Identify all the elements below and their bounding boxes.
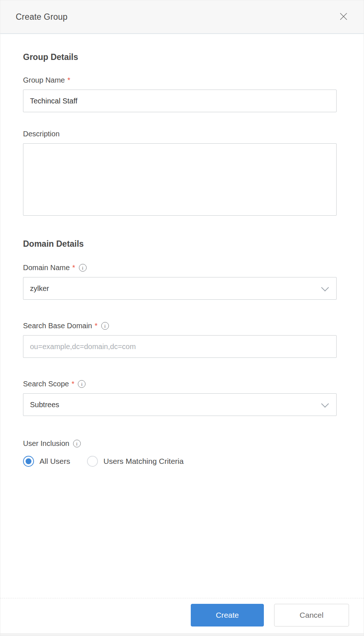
close-icon [339, 12, 348, 22]
search-scope-label: Search Scope [23, 380, 69, 388]
radio-users-matching-criteria[interactable]: Users Matching Criteria [87, 456, 183, 467]
group-name-label: Group Name [23, 76, 65, 84]
required-asterisk: * [72, 380, 75, 388]
close-button[interactable] [337, 11, 350, 23]
domain-name-select[interactable]: zylker [23, 277, 337, 300]
info-icon[interactable]: i [73, 440, 81, 447]
description-label-row: Description [23, 130, 336, 138]
radio-button-icon [23, 456, 34, 467]
info-icon[interactable]: i [101, 322, 109, 330]
modal-title: Create Group [16, 12, 68, 22]
required-asterisk: * [68, 76, 71, 84]
group-name-input[interactable] [23, 90, 337, 112]
domain-name-selected-value: zylker [30, 284, 49, 293]
search-scope-select[interactable]: Subtrees [23, 393, 337, 416]
modal-header: Create Group [0, 0, 364, 34]
search-base-domain-input[interactable] [23, 335, 337, 358]
modal-footer: Create Cancel [0, 598, 364, 636]
chevron-down-icon [321, 284, 329, 291]
search-base-domain-label: Search Base Domain [23, 322, 92, 330]
description-textarea[interactable] [23, 143, 337, 216]
radio-label: Users Matching Criteria [103, 457, 183, 466]
domain-details-heading: Domain Details [23, 239, 336, 249]
search-base-label-row: Search Base Domain * i [23, 322, 336, 330]
domain-name-label: Domain Name [23, 264, 70, 272]
create-group-modal: Create Group Group Details Group Name * … [0, 0, 364, 636]
info-icon[interactable]: i [79, 264, 87, 272]
radio-label: All Users [39, 457, 70, 466]
domain-name-label-row: Domain Name * i [23, 264, 336, 272]
search-scope-selected-value: Subtrees [30, 401, 59, 409]
cancel-button[interactable]: Cancel [274, 604, 349, 626]
description-label: Description [23, 130, 60, 138]
user-inclusion-radio-group: All Users Users Matching Criteria [23, 456, 336, 467]
user-inclusion-label: User Inclusion [23, 439, 69, 448]
search-scope-label-row: Search Scope * i [23, 380, 336, 388]
radio-all-users[interactable]: All Users [23, 456, 70, 467]
radio-button-icon [87, 456, 98, 467]
modal-body: Group Details Group Name * Description D… [0, 34, 364, 598]
chevron-down-icon [321, 400, 329, 408]
user-inclusion-label-row: User Inclusion i [23, 439, 336, 448]
create-button[interactable]: Create [191, 604, 264, 626]
group-details-heading: Group Details [23, 52, 336, 62]
group-name-label-row: Group Name * [23, 76, 336, 84]
info-icon[interactable]: i [78, 380, 86, 388]
bottom-edge [0, 633, 364, 636]
required-asterisk: * [95, 322, 98, 330]
required-asterisk: * [72, 264, 75, 272]
